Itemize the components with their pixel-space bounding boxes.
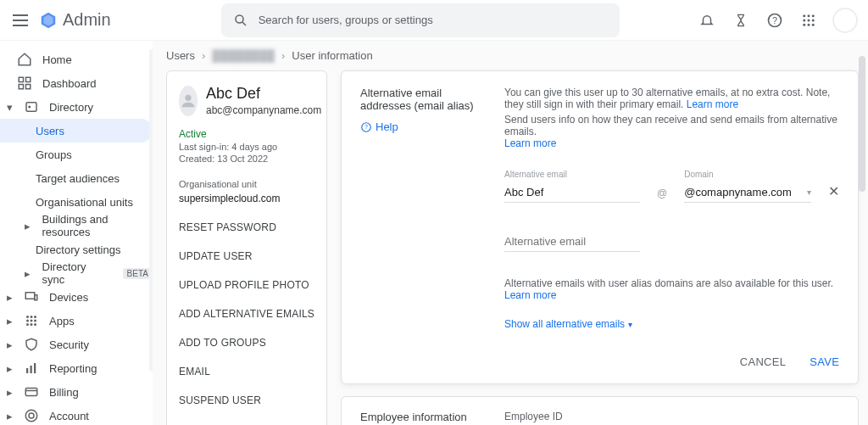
sidebar-item-buildings[interactable]: ▸Buildings and resources (0, 214, 153, 238)
brand-logo[interactable]: Admin (39, 10, 111, 30)
svg-point-11 (808, 23, 810, 25)
sidebar-item-security[interactable]: ▸Security (0, 333, 153, 356)
sidebar-item-home[interactable]: Home (0, 48, 153, 71)
sidebar-item-dir-settings[interactable]: Directory settings (0, 238, 153, 261)
menu-icon[interactable] (10, 10, 31, 31)
employee-info-title: Employee information (360, 411, 479, 425)
sidebar-label-dirsettings: Directory settings (36, 243, 120, 256)
caret-right-icon: ▸ (5, 291, 14, 304)
domain-value: @comapnyname.com (684, 186, 792, 199)
dashboard-icon (17, 75, 32, 91)
cancel-button[interactable]: CANCEL (740, 355, 787, 368)
svg-point-18 (28, 106, 31, 109)
chevron-down-icon: ▾ (628, 320, 632, 329)
domain-select[interactable]: @comapnyname.com ▾ (684, 182, 811, 203)
sidebar-item-apps[interactable]: ▸Apps (0, 309, 153, 333)
upload-photo-link[interactable]: UPLOAD PROFILE PHOTO (179, 279, 314, 291)
add-to-groups-link[interactable]: ADD TO GROUPS (179, 337, 314, 349)
apps-grid-icon[interactable] (798, 10, 819, 31)
svg-text:?: ? (364, 124, 368, 130)
sidebar-item-devices[interactable]: ▸Devices (0, 285, 153, 309)
profile-avatar[interactable] (832, 8, 858, 33)
help-link[interactable]: ? Help (360, 120, 479, 133)
suspend-user-link[interactable]: SUSPEND USER (179, 394, 314, 406)
show-all-alt-emails[interactable]: Show all alternative emails ▾ (504, 318, 839, 330)
sidebar-item-dashboard[interactable]: Dashboard (0, 71, 153, 95)
sidebar-label-dashboard: Dashboard (42, 77, 97, 90)
remove-row-icon[interactable]: ✕ (828, 183, 839, 203)
org-unit-label: Organisational unit (179, 179, 314, 189)
svg-point-35 (29, 413, 34, 418)
svg-point-27 (26, 323, 29, 326)
bell-icon[interactable] (697, 10, 717, 31)
employee-info-section: Employee information Employee ID Add an … (341, 396, 859, 425)
sidebar-label-buildings: Buildings and resources (42, 213, 153, 238)
panel-desc-2: Send users info on how they can receive … (504, 114, 839, 137)
add-alt-emails-link[interactable]: ADD ALTERNATIVE EMAILS (179, 308, 314, 320)
caret-right-icon: ▸ (24, 220, 31, 232)
account-icon (24, 408, 39, 423)
caret-right-icon: ▸ (5, 386, 14, 399)
reset-password-link[interactable]: RESET PASSWORD (179, 221, 314, 233)
breadcrumb-root[interactable]: Users (166, 49, 195, 62)
sidebar-item-billing[interactable]: ▸Billing (0, 380, 153, 404)
svg-point-29 (34, 323, 36, 326)
alt-email-label: Alternative email (504, 170, 640, 179)
svg-point-23 (34, 316, 36, 318)
email-link[interactable]: EMAIL (179, 366, 314, 377)
svg-point-24 (26, 320, 29, 322)
content-scrollbar[interactable] (858, 56, 866, 327)
learn-more-link-1[interactable]: Learn more (687, 98, 738, 110)
svg-point-5 (808, 14, 810, 17)
alt-email-input-empty[interactable] (504, 232, 640, 252)
directory-icon (24, 99, 39, 115)
user-email: abc@companyname.com (206, 104, 321, 116)
panel-title: Alternative email addresses (email alias… (360, 87, 479, 112)
sidebar-label-target: Target audiences (36, 172, 120, 185)
learn-more-link-2[interactable]: Learn more (504, 137, 556, 149)
svg-rect-19 (25, 293, 35, 299)
alias-note: Alternative emails with user alias domai… (504, 277, 839, 289)
svg-point-38 (185, 94, 191, 100)
caret-right-icon: ▸ (5, 362, 14, 375)
sidebar-item-users[interactable]: Users (0, 119, 153, 143)
at-symbol: @ (657, 187, 667, 203)
svg-rect-32 (34, 363, 36, 373)
card-icon (24, 384, 39, 400)
svg-point-4 (803, 14, 805, 17)
search-bar[interactable]: Search for users, groups or settings (221, 3, 620, 37)
sidebar-item-target-audiences[interactable]: Target audiences (0, 166, 153, 190)
sidebar-label-dirsync: Directory sync (42, 260, 109, 286)
chevron-right-icon: › (281, 49, 285, 62)
last-signin: Last sign-in: 4 days ago (179, 142, 314, 152)
save-button[interactable]: SAVE (810, 355, 839, 368)
sidebar-item-groups[interactable]: Groups (0, 143, 153, 166)
help-icon[interactable]: ? (765, 10, 785, 31)
shield-icon (24, 337, 39, 352)
sidebar-item-account[interactable]: ▸Account (0, 404, 153, 425)
home-icon (17, 52, 32, 67)
sidebar: Home Dashboard ▾ Directory Users Groups … (0, 41, 153, 425)
sidebar-item-directory[interactable]: ▾ Directory (0, 95, 153, 119)
sidebar-item-dir-sync[interactable]: ▸Directory syncBETA (0, 261, 153, 285)
update-user-link[interactable]: UPDATE USER (179, 250, 314, 262)
svg-point-25 (31, 320, 33, 322)
breadcrumb: Users › ████████ › User information (153, 41, 868, 70)
alt-email-input[interactable] (504, 182, 640, 203)
chart-icon (24, 361, 39, 376)
svg-point-10 (803, 23, 805, 25)
breadcrumb-mid-redacted[interactable]: ████████ (212, 49, 275, 62)
sidebar-item-reporting[interactable]: ▸Reporting (0, 356, 153, 380)
svg-point-12 (812, 23, 815, 25)
svg-rect-33 (25, 389, 37, 396)
employee-id-label: Employee ID (504, 411, 839, 422)
user-name: Abc Def (206, 85, 321, 103)
hourglass-icon[interactable] (731, 10, 751, 31)
domain-label: Domain (684, 170, 811, 179)
svg-point-6 (812, 14, 815, 17)
svg-rect-31 (31, 366, 32, 373)
learn-more-link-3[interactable]: Learn more (504, 289, 556, 301)
caret-right-icon: ▸ (5, 338, 14, 351)
sidebar-item-org-units[interactable]: Organisational units (0, 190, 153, 214)
caret-right-icon: ▸ (24, 267, 32, 280)
